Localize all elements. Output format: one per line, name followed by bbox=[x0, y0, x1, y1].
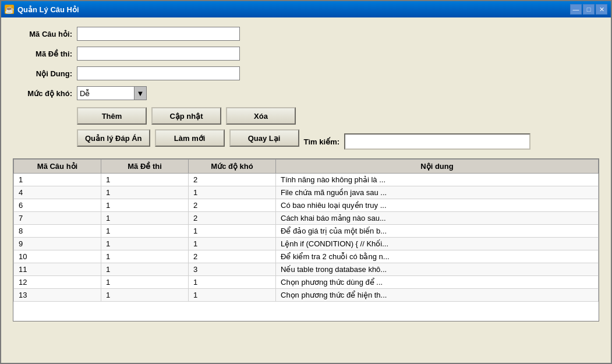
cell-muc-do-kho: 2 bbox=[189, 250, 276, 263]
cell-noi-dung: Cách khai báo mảng nào sau... bbox=[276, 212, 599, 225]
ma-de-thi-row: Mã Đề thi: bbox=[13, 47, 599, 61]
app-icon: ☕ bbox=[5, 5, 14, 14]
search-row: Tìm kiếm: bbox=[304, 133, 530, 150]
col-header-ma-cau-hoi: Mã Câu hỏi bbox=[14, 160, 101, 174]
ma-cau-hoi-input[interactable] bbox=[77, 27, 240, 41]
muc-do-row: Mức độ khó: Dễ Trung bình Khó ▼ bbox=[13, 86, 599, 100]
window-title: Quản Lý Câu Hỏi bbox=[17, 5, 570, 14]
minimize-button[interactable]: — bbox=[570, 4, 582, 15]
table-row[interactable]: 1311Chọn phương thức để hiện th... bbox=[14, 289, 599, 302]
quay-lai-button[interactable]: Quay Lại bbox=[229, 129, 299, 147]
muc-do-select-wrapper: Dễ Trung bình Khó ▼ bbox=[77, 86, 147, 100]
table-row[interactable]: 1113Nếu table trong database khô... bbox=[14, 263, 599, 276]
cell-ma-de-thi: 1 bbox=[101, 250, 189, 263]
buttons-row-2: Quản lý Đáp Án Làm mới Quay Lại bbox=[13, 129, 299, 147]
cell-noi-dung: Chọn phương thức để hiện th... bbox=[276, 289, 599, 302]
data-table: Mã Câu hỏi Mã Đề thi Mức độ khó Nội dung… bbox=[13, 159, 599, 302]
data-table-section: Mã Câu hỏi Mã Đề thi Mức độ khó Nội dung… bbox=[13, 158, 599, 321]
cell-noi-dung: Chọn phương thức dùng để ... bbox=[276, 276, 599, 289]
cell-ma-cau-hoi: 4 bbox=[14, 186, 101, 199]
them-button[interactable]: Thêm bbox=[77, 107, 147, 125]
noi-dung-input[interactable] bbox=[77, 66, 240, 80]
window-controls: — □ ✕ bbox=[570, 4, 607, 15]
noi-dung-label: Nội Dung: bbox=[13, 69, 77, 78]
cell-muc-do-kho: 1 bbox=[189, 238, 276, 250]
col-header-ma-de-thi: Mã Đề thi bbox=[101, 160, 189, 174]
cell-ma-cau-hoi: 9 bbox=[14, 238, 101, 250]
cell-ma-de-thi: 1 bbox=[101, 276, 189, 289]
cell-noi-dung: File chứa mã nguồn java sau ... bbox=[276, 186, 599, 199]
cell-ma-cau-hoi: 7 bbox=[14, 212, 101, 225]
maximize-button[interactable]: □ bbox=[583, 4, 595, 15]
col-header-muc-do-kho: Mức độ khó bbox=[189, 160, 276, 174]
cell-ma-cau-hoi: 10 bbox=[14, 250, 101, 263]
cell-ma-cau-hoi: 8 bbox=[14, 225, 101, 238]
noi-dung-row: Nội Dung: bbox=[13, 66, 599, 80]
buttons-row-1: Thêm Cập nhật Xóa bbox=[13, 107, 599, 125]
muc-do-label: Mức độ khó: bbox=[13, 89, 77, 98]
cell-ma-cau-hoi: 1 bbox=[14, 174, 101, 186]
cell-ma-de-thi: 1 bbox=[101, 186, 189, 199]
cell-muc-do-kho: 1 bbox=[189, 289, 276, 302]
table-row[interactable]: 612Có bao nhiêu loại quyền truy ... bbox=[14, 199, 599, 212]
main-window: ☕ Quản Lý Câu Hỏi — □ ✕ Mã Câu hỏi: Mã Đ… bbox=[0, 0, 612, 364]
ma-de-thi-input[interactable] bbox=[77, 47, 240, 61]
table-row[interactable]: 112Tính năng nào không phải là ... bbox=[14, 174, 599, 186]
muc-do-select[interactable]: Dễ Trung bình Khó bbox=[77, 86, 147, 100]
table-row[interactable]: 811Để đảo giá trị của một biến b... bbox=[14, 225, 599, 238]
search-label: Tìm kiếm: bbox=[304, 137, 339, 146]
content-area: Mã Câu hỏi: Mã Đề thi: Nội Dung: Mức độ … bbox=[1, 17, 611, 363]
cell-ma-de-thi: 1 bbox=[101, 238, 189, 250]
table-row[interactable]: 411File chứa mã nguồn java sau ... bbox=[14, 186, 599, 199]
cell-ma-de-thi: 1 bbox=[101, 174, 189, 186]
title-bar: ☕ Quản Lý Câu Hỏi — □ ✕ bbox=[1, 1, 611, 17]
cell-ma-de-thi: 1 bbox=[101, 199, 189, 212]
cell-noi-dung: Để đảo giá trị của một biến b... bbox=[276, 225, 599, 238]
cell-ma-cau-hoi: 6 bbox=[14, 199, 101, 212]
cell-ma-de-thi: 1 bbox=[101, 225, 189, 238]
table-row[interactable]: 1012Để kiểm tra 2 chuỗi có bằng n... bbox=[14, 250, 599, 263]
search-input[interactable] bbox=[344, 133, 530, 150]
cell-ma-de-thi: 1 bbox=[101, 263, 189, 276]
cell-muc-do-kho: 2 bbox=[189, 199, 276, 212]
ma-de-thi-label: Mã Đề thi: bbox=[13, 50, 77, 58]
cell-noi-dung: Để kiểm tra 2 chuỗi có bằng n... bbox=[276, 250, 599, 263]
table-row[interactable]: 712Cách khai báo mảng nào sau... bbox=[14, 212, 599, 225]
table-row[interactable]: 1211Chọn phương thức dùng để ... bbox=[14, 276, 599, 289]
cell-ma-cau-hoi: 11 bbox=[14, 263, 101, 276]
close-button[interactable]: ✕ bbox=[596, 4, 607, 15]
buttons-row-2-area: Quản lý Đáp Án Làm mới Quay Lại Tìm kiếm… bbox=[13, 129, 599, 154]
cell-noi-dung: Tính năng nào không phải là ... bbox=[276, 174, 599, 186]
table-body: 112Tính năng nào không phải là ...411Fil… bbox=[14, 174, 599, 302]
cell-muc-do-kho: 3 bbox=[189, 263, 276, 276]
xoa-button[interactable]: Xóa bbox=[226, 107, 296, 125]
cell-muc-do-kho: 1 bbox=[189, 276, 276, 289]
cell-muc-do-kho: 1 bbox=[189, 225, 276, 238]
cap-nhat-button[interactable]: Cập nhật bbox=[151, 107, 221, 125]
cell-ma-cau-hoi: 13 bbox=[14, 289, 101, 302]
ma-cau-hoi-label: Mã Câu hỏi: bbox=[13, 30, 77, 38]
col-header-noi-dung: Nội dung bbox=[276, 160, 599, 174]
lam-moi-button[interactable]: Làm mới bbox=[155, 129, 225, 147]
quan-ly-dap-an-button[interactable]: Quản lý Đáp Án bbox=[77, 129, 150, 147]
cell-ma-cau-hoi: 12 bbox=[14, 276, 101, 289]
cell-muc-do-kho: 2 bbox=[189, 174, 276, 186]
cell-noi-dung: Nếu table trong database khô... bbox=[276, 263, 599, 276]
cell-muc-do-kho: 1 bbox=[189, 186, 276, 199]
ma-cau-hoi-row: Mã Câu hỏi: bbox=[13, 27, 599, 41]
cell-ma-de-thi: 1 bbox=[101, 212, 189, 225]
cell-noi-dung: Có bao nhiêu loại quyền truy ... bbox=[276, 199, 599, 212]
form-section: Mã Câu hỏi: Mã Đề thi: Nội Dung: Mức độ … bbox=[13, 27, 599, 100]
table-row[interactable]: 911Lệnh if (CONDITION) { // Khối... bbox=[14, 238, 599, 250]
cell-muc-do-kho: 2 bbox=[189, 212, 276, 225]
cell-noi-dung: Lệnh if (CONDITION) { // Khối... bbox=[276, 238, 599, 250]
table-header-row: Mã Câu hỏi Mã Đề thi Mức độ khó Nội dung bbox=[14, 160, 599, 174]
cell-ma-de-thi: 1 bbox=[101, 289, 189, 302]
